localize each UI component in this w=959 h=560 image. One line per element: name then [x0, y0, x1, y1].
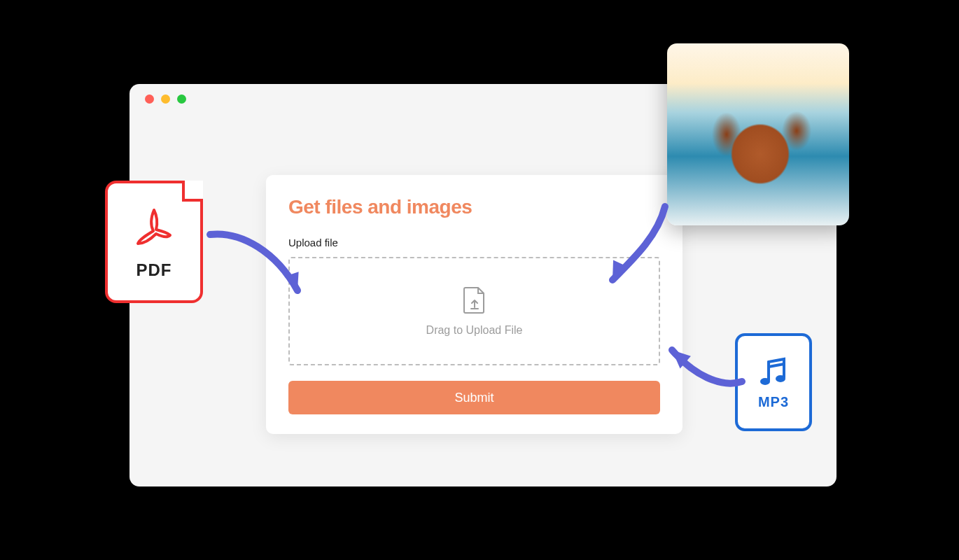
close-icon[interactable]	[145, 94, 154, 104]
svg-point-2	[776, 375, 785, 382]
dropzone-hint: Drag to Upload File	[426, 324, 523, 337]
svg-point-1	[760, 378, 770, 385]
page-fold-icon	[182, 181, 203, 202]
mp3-label: MP3	[758, 394, 789, 410]
card-title: Get files and images	[288, 196, 660, 218]
svg-line-3	[769, 364, 784, 367]
dog-photo-icon	[699, 92, 821, 215]
maximize-icon[interactable]	[177, 94, 186, 104]
pdf-label: PDF	[136, 260, 172, 280]
pdf-file-chip[interactable]: PDF	[105, 181, 203, 303]
music-note-icon	[756, 355, 791, 390]
upload-field-label: Upload file	[288, 237, 660, 248]
submit-button[interactable]: Submit	[288, 381, 660, 414]
upload-card: Get files and images Upload file Drag to…	[266, 175, 682, 434]
file-dropzone[interactable]: Drag to Upload File	[288, 257, 660, 365]
mp3-file-chip[interactable]: MP3	[735, 333, 812, 431]
upload-file-icon	[463, 286, 486, 314]
pdf-icon	[130, 204, 178, 253]
sample-image-thumbnail[interactable]	[667, 43, 849, 225]
minimize-icon[interactable]	[161, 94, 170, 104]
